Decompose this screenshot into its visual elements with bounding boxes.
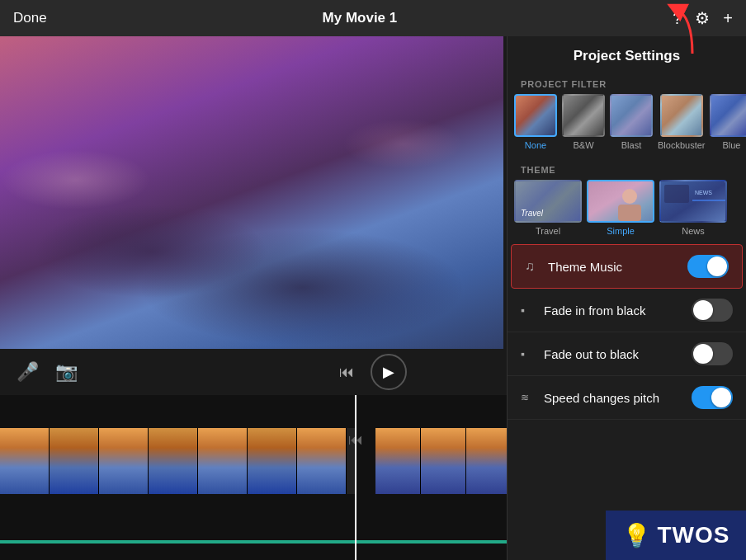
add-icon[interactable]: + [723,9,733,28]
play-icon: ▶ [383,363,394,381]
fade-in-toggle[interactable] [692,299,733,322]
filter-label-blast: Blast [621,140,641,150]
toggle-knob [711,388,731,407]
theme-thumb-simple [587,180,654,223]
film-frame [50,428,99,494]
film-frame [0,428,50,494]
video-background [0,36,503,395]
control-left: 🎤 📷 [17,361,78,383]
film-frame [375,428,421,494]
twos-watermark: 💡 TWOS [606,511,746,560]
film-strip-left [0,428,355,494]
settings-title: Project Settings [508,36,746,73]
film-frame [421,428,466,494]
cloud-overlay [0,36,503,395]
filter-thumb-blast [610,94,653,137]
fade-out-icon: ▪ [521,347,544,360]
fade-in-row: ▪ Fade in from black [508,289,746,332]
fade-out-toggle[interactable] [692,342,733,365]
svg-point-1 [622,189,637,204]
filter-label-bw: B&W [573,140,593,150]
filter-item-blockbuster[interactable]: Blockbuster [658,94,705,150]
project-filter-label: PROJECT FILTER [508,73,746,94]
theme-label: THEME [508,158,746,180]
fade-out-row: ▪ Fade out to black [508,332,746,376]
film-frame [248,428,297,494]
filter-item-blast[interactable]: Blast [610,94,653,150]
theme-music-row: ♫ Theme Music [511,244,743,289]
theme-item-travel[interactable]: Travel [514,180,582,236]
fade-out-label: Fade out to black [544,347,692,361]
film-frame [198,428,248,494]
help-icon[interactable]: ? [673,9,682,28]
theme-thumb-travel [514,180,582,223]
filter-label-blue: Blue [722,140,740,150]
svg-text:NEWS: NEWS [695,190,712,195]
film-frame [466,428,512,494]
left-timeline-track [0,428,355,494]
theme-label-travel: Travel [536,226,560,236]
app-header: Done My Movie 1 ? ⚙ + [0,0,746,36]
camera-icon[interactable]: 📷 [55,361,78,383]
svg-rect-6 [692,200,725,201]
filter-thumb-none [514,94,557,137]
theme-row: Travel [508,180,746,244]
done-button[interactable]: Done [13,10,47,26]
theme-music-label: Theme Music [548,260,687,274]
music-icon: ♫ [525,259,548,274]
skip-back-icon[interactable]: ⏮ [339,364,354,381]
film-frame [99,428,149,494]
theme-music-toggle[interactable] [687,255,729,278]
film-frame [297,428,347,494]
filter-item-none[interactable]: None [514,94,557,150]
twos-bulb-icon: 💡 [622,522,651,549]
microphone-icon[interactable]: 🎤 [17,361,39,383]
speed-pitch-toggle[interactable] [692,386,733,409]
twos-text: TWOS [658,522,730,548]
theme-item-news[interactable]: NEWS News [659,180,727,236]
header-icons: ? ⚙ + [673,8,733,28]
fade-in-label: Fade in from black [544,304,692,318]
video-preview [0,36,503,395]
filter-label-none: None [525,140,546,150]
speed-pitch-row: ≋ Speed changes pitch [508,376,746,420]
film-frame [149,428,198,494]
filter-thumb-blockbuster [660,94,703,137]
toggle-knob [693,344,713,364]
theme-label-news: News [682,226,705,236]
svg-rect-4 [664,185,689,203]
settings-icon[interactable]: ⚙ [695,8,710,28]
filter-thumb-bw [562,94,605,137]
theme-label-simple: Simple [607,226,635,236]
project-title: My Movie 1 [323,10,398,26]
theme-item-simple[interactable]: Simple [587,180,654,236]
toggle-knob [693,300,713,320]
settings-panel: Project Settings PROJECT FILTER None B&W… [507,36,746,560]
timeline-marker [355,395,356,560]
play-button[interactable]: ▶ [371,354,407,390]
filter-row: None B&W Blast Blockbuster Blue [508,94,746,158]
speed-pitch-label: Speed changes pitch [544,391,692,405]
filter-thumb-blue [710,94,746,137]
theme-thumb-news: NEWS [659,180,727,223]
speed-icon: ≋ [521,392,544,403]
svg-rect-2 [618,205,641,221]
filter-item-bw[interactable]: B&W [562,94,605,150]
toggle-knob [707,256,727,276]
filter-item-blue[interactable]: Blue [710,94,746,150]
filter-label-blockbuster: Blockbuster [658,140,705,150]
fade-in-icon: ▪ [521,304,544,317]
